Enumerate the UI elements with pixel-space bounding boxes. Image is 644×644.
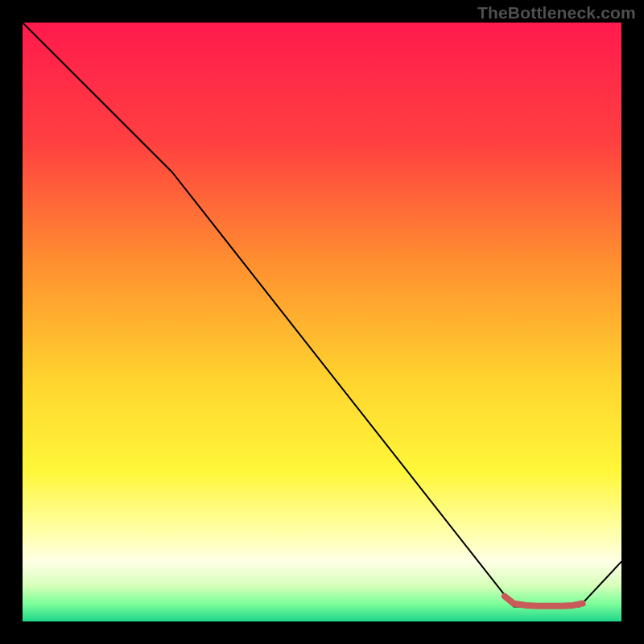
chart-container: TheBottleneck.com xyxy=(0,0,644,644)
watermark-label: TheBottleneck.com xyxy=(477,3,636,23)
chart-svg xyxy=(23,23,621,621)
plot-area xyxy=(23,23,621,621)
